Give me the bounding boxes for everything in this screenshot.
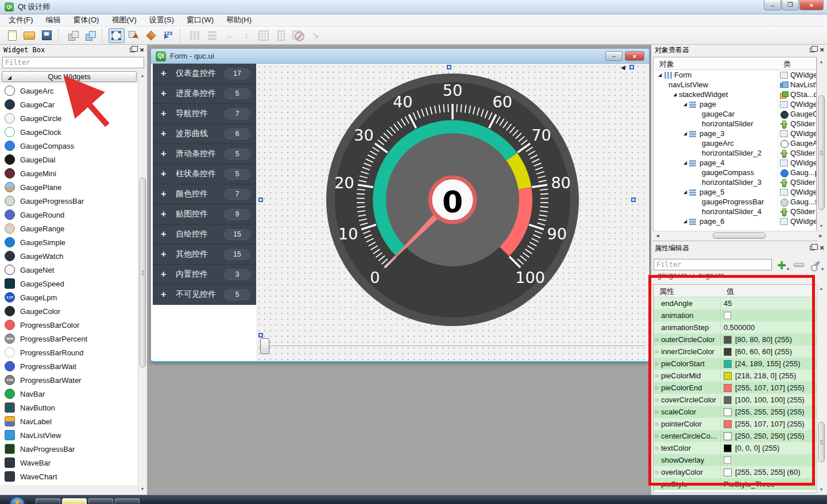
widget-list-item[interactable]: GaugeCar [0, 98, 138, 111]
widget-list-item[interactable]: WaveChart [0, 470, 138, 483]
scrollbar-thumb[interactable] [818, 95, 825, 210]
property-value[interactable]: [218, 218, 0] (255) [721, 371, 817, 380]
signals-slots-icon[interactable] [126, 28, 142, 43]
prop-expand-icon[interactable]: ▷ [654, 433, 661, 439]
gauge-arc-widget[interactable]: 01020304050607080901000 [320, 68, 585, 332]
prop-expand-icon[interactable]: ▷ [654, 385, 661, 390]
layout-vertical-icon[interactable] [187, 28, 203, 43]
scroll-up-icon[interactable]: ▲ [817, 57, 825, 65]
widget-list-item[interactable]: GaugeCircle [0, 111, 138, 125]
property-row[interactable]: endAngle 45 [654, 297, 817, 309]
nav-item[interactable]: + 不可见控件 5 [153, 285, 256, 305]
widget-list-item[interactable]: NavLabel [0, 414, 138, 428]
property-value[interactable]: [250, 250, 250] (255) [721, 432, 817, 440]
widget-list-item[interactable]: GaugeMini [0, 166, 138, 180]
column-header-property[interactable]: 属性 [654, 285, 721, 297]
nav-item[interactable]: + 导航控件 7 [153, 104, 256, 124]
property-value[interactable]: [255, 255, 255] (60) [721, 468, 817, 476]
property-row[interactable]: pieStyle PieStyle_Three [654, 478, 817, 490]
buddy-editor-icon[interactable] [143, 28, 159, 43]
property-row[interactable]: animationStep 0.500000 [654, 321, 817, 334]
widget-list-item[interactable]: NavProgressBar [0, 442, 138, 456]
widget-list-item[interactable]: 74% ProgressBarWater [0, 373, 138, 387]
new-file-icon[interactable] [4, 28, 20, 43]
scroll-down-icon[interactable]: ▼ [817, 222, 825, 230]
tree-row[interactable]: horizontalSlider_3 QSlider [654, 177, 816, 187]
selection-handle-right[interactable] [631, 197, 636, 202]
menu-item[interactable]: 视图(V) [105, 14, 142, 26]
widget-list-item[interactable]: GaugeClock [0, 125, 138, 139]
taskbar-item[interactable] [36, 498, 60, 504]
menu-item[interactable]: 帮助(H) [220, 14, 258, 26]
taskbar-item[interactable] [88, 498, 113, 504]
form-minimize-button[interactable]: – [605, 51, 623, 61]
nav-item[interactable]: + 柱状条控件 5 [153, 164, 256, 184]
property-row[interactable]: ▷ overlayColor [255, 255, 255] (60) [654, 466, 817, 478]
widget-list-item[interactable]: WaveBar [0, 456, 138, 470]
widget-filter-input[interactable] [2, 57, 144, 68]
scroll-up-icon[interactable]: ▲ [138, 71, 146, 79]
tree-row[interactable]: ◢ page QWidge [654, 99, 816, 109]
nav-item[interactable]: + 滑动条控件 5 [153, 144, 256, 164]
overlap-squares-gray-icon[interactable] [65, 28, 81, 43]
tree-row[interactable]: ◢ Form QWidge [654, 70, 816, 80]
layout-horizontal-icon[interactable] [204, 28, 220, 43]
property-row[interactable]: ▷ coverCircleColor [100, 100, 100] (255) [654, 394, 817, 406]
nav-item[interactable]: + 进度条控件 5 [153, 84, 256, 104]
horizontal-slider-groove[interactable] [260, 346, 645, 347]
start-button[interactable] [9, 497, 25, 504]
column-header-object[interactable]: 对象 [654, 57, 778, 69]
taskbar-item[interactable] [62, 498, 87, 504]
nav-item[interactable]: + 贴图控件 9 [153, 204, 256, 224]
scroll-down-icon[interactable]: ▼ [138, 484, 146, 493]
property-value[interactable]: [100, 100, 100] (255) [721, 396, 817, 404]
property-row[interactable]: animation [654, 309, 817, 321]
tree-row[interactable]: horizontalSlider QSlider [654, 119, 816, 129]
tree-row[interactable]: ◢ page_6 QWidge [654, 216, 816, 226]
prop-expand-icon[interactable]: ▷ [654, 397, 661, 402]
scrollbar-thumb[interactable] [713, 232, 766, 239]
column-header-class[interactable]: 类 [778, 57, 791, 69]
widget-list-item[interactable]: GaugeDial [0, 153, 138, 166]
property-row[interactable]: ▷ centerCircleCo... [250, 250, 250] (255… [654, 430, 817, 442]
selection-handle-top-right[interactable] [629, 65, 634, 69]
prop-expand-icon[interactable]: ▷ [654, 470, 661, 475]
expander-icon[interactable]: ◢ [656, 72, 664, 77]
widget-list-item[interactable]: GaugeRange [0, 222, 138, 235]
expander-icon[interactable]: ◢ [681, 131, 689, 136]
float-panel-icon[interactable] [810, 48, 815, 52]
tree-row[interactable]: horizontalSlider_2 QSlider [654, 148, 816, 158]
menu-item[interactable]: 编辑 [40, 14, 67, 26]
expander-icon[interactable]: ◢ [681, 102, 689, 107]
property-value[interactable]: [80, 80, 80] (255) [721, 335, 817, 344]
tree-row[interactable]: navListView NavListV [654, 80, 816, 90]
scroll-down-icon[interactable]: ▼ [817, 485, 825, 493]
scroll-right-icon[interactable]: ▶ [817, 232, 824, 240]
menu-item[interactable]: 窗口(W) [180, 14, 220, 26]
property-value[interactable] [721, 312, 817, 319]
tree-row[interactable]: ◢ page_3 QWidge [654, 129, 816, 138]
widget-list-item[interactable]: GaugeColor [0, 304, 138, 318]
open-folder-icon[interactable] [21, 28, 37, 43]
minimize-button[interactable]: – [764, 0, 781, 10]
property-value[interactable]: [0, 0, 0] (255) [721, 444, 817, 452]
widget-list-item[interactable]: GaugeSpeed [0, 277, 138, 290]
category-header-quc-widgets[interactable]: Quc Widgets [2, 71, 137, 82]
tree-row[interactable]: gaugeArc GaugeAr [654, 138, 816, 148]
prop-expand-icon[interactable]: ▷ [654, 337, 661, 342]
form-close-button[interactable]: × [625, 51, 644, 61]
property-value[interactable] [721, 456, 817, 464]
property-value[interactable]: [255, 255, 255] (255) [721, 408, 817, 416]
widget-list-item[interactable]: GaugeSimple [0, 235, 138, 249]
property-row[interactable]: ▷ pointerColor [255, 107, 107] (255) [654, 418, 817, 430]
form-title-bar[interactable]: Qt Form - quc.ui – × [151, 49, 649, 64]
page-prev-icon[interactable]: ◀ [621, 64, 625, 71]
save-icon[interactable] [38, 28, 55, 43]
property-row[interactable]: ▷ innerCircleColor [60, 60, 60] (255) [654, 346, 817, 358]
property-value[interactable]: PieStyle_Three [721, 480, 817, 489]
prop-expand-icon[interactable]: ▷ [654, 445, 661, 451]
property-row[interactable]: showOverlay [654, 454, 817, 466]
tree-row[interactable]: gaugeProgressBar Gaug...s [654, 197, 816, 207]
scroll-left-icon[interactable]: ◀ [654, 232, 661, 240]
close-button[interactable]: × [799, 0, 824, 10]
